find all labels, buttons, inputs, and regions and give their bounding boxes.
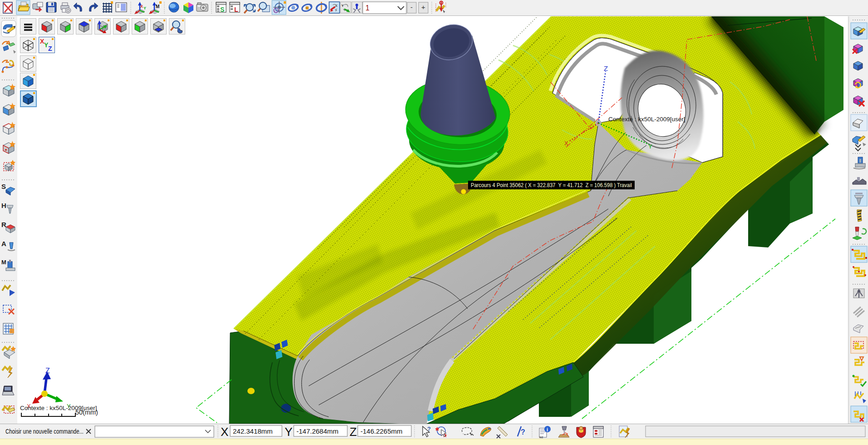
- svg-text:Choisir une nouvelle commande.: Choisir une nouvelle commande...: [5, 428, 84, 435]
- svg-text:-: -: [410, 3, 413, 11]
- svg-text:wz: wz: [539, 435, 543, 439]
- svg-text:X: X: [564, 140, 568, 147]
- svg-text:Z: Z: [350, 425, 357, 439]
- svg-text:Z: Z: [45, 367, 50, 375]
- svg-text:X: X: [221, 425, 228, 439]
- svg-text:Y: Y: [341, 4, 344, 8]
- svg-text:A: A: [1, 240, 6, 247]
- svg-text:D: D: [274, 10, 277, 14]
- svg-text:242.3418mm: 242.3418mm: [233, 427, 273, 435]
- svg-text:Y: Y: [285, 425, 292, 439]
- svg-text:H: H: [1, 202, 6, 209]
- svg-text:S: S: [1, 183, 6, 190]
- svg-text:S: S: [220, 6, 224, 13]
- svg-text:Parcours 4 Point 35062 ( X = 3: Parcours 4 Point 35062 ( X = 322.837 Y =…: [471, 182, 632, 188]
- svg-text:R: R: [1, 221, 6, 228]
- svg-text:Contexte : kx50L-2009[user]: Contexte : kx50L-2009[user]: [608, 116, 686, 123]
- svg-text:?: ?: [521, 428, 525, 436]
- svg-text:1: 1: [365, 4, 370, 12]
- svg-text:Z: Z: [604, 64, 608, 72]
- svg-text:i: i: [547, 427, 548, 432]
- svg-text:+: +: [421, 3, 425, 11]
- svg-text:M: M: [156, 4, 159, 9]
- svg-text:M: M: [1, 259, 6, 266]
- svg-text:?: ?: [427, 425, 431, 432]
- svg-text:50(mm): 50(mm): [75, 409, 98, 416]
- svg-text:Z: Z: [48, 45, 52, 52]
- svg-text:Y: Y: [143, 6, 146, 10]
- svg-text:Y: Y: [648, 143, 652, 150]
- svg-text:X: X: [140, 4, 143, 9]
- svg-text:-147.2684mm: -147.2684mm: [296, 427, 339, 435]
- svg-text:-146.2265mm: -146.2265mm: [360, 427, 403, 435]
- svg-text:L: L: [234, 6, 238, 13]
